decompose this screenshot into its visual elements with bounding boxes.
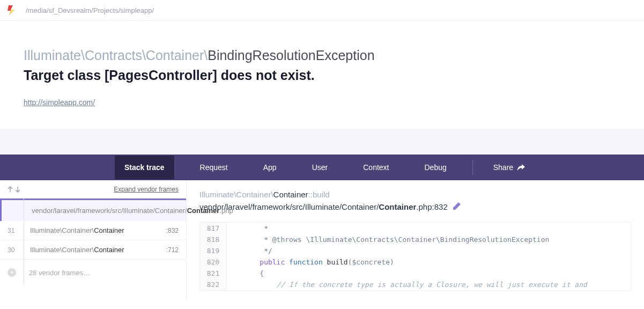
stack-frame-row[interactable]: 30 Illuminate\Container\Container :712 [0, 240, 186, 259]
expand-vendor-frames-link[interactable]: Expand vendor frames [114, 186, 179, 193]
stack-frames-panel: Expand vendor frames vendor/laravel/fram… [0, 180, 187, 300]
code-line: 822 // If the concrete type is actually … [200, 279, 631, 290]
tab-app[interactable]: App [254, 156, 286, 179]
share-icon [517, 164, 525, 171]
frame-path: Illuminate\Container\Container [30, 246, 162, 254]
code-class-header: Illuminate\Container\Container::build [199, 190, 631, 199]
arrow-up-icon[interactable] [8, 186, 13, 193]
share-label: Share [493, 163, 513, 172]
plus-icon: + [8, 268, 16, 277]
exception-namespace: Illuminate\Contracts\Container\ [24, 48, 208, 63]
tab-separator [472, 160, 473, 175]
code-line: 821 { [200, 268, 631, 279]
frame-nav-arrows [8, 186, 20, 193]
frame-path: Illuminate\Container\Container [30, 226, 162, 234]
tab-stack-trace[interactable]: Stack trace [115, 156, 174, 179]
tab-context[interactable]: Context [353, 156, 398, 179]
exception-title: Illuminate\Contracts\Container\BindingRe… [24, 48, 620, 63]
share-button[interactable]: Share [489, 163, 529, 172]
code-preview-panel: Illuminate\Container\Container::build ve… [187, 180, 644, 300]
exception-message: Target class [PagesController] does not … [24, 68, 620, 83]
code-line: 820 public function build($concrete) [200, 256, 631, 268]
code-block: 817 * 818 * @throws \Illuminate\Contract… [199, 222, 631, 291]
tab-user[interactable]: User [302, 156, 338, 179]
exception-class: BindingResolutionException [208, 48, 374, 63]
frame-line: :712 [166, 246, 179, 254]
vendor-frames-collapsed[interactable]: + 28 vendor frames… [0, 259, 186, 285]
tab-bar: Stack trace Request App User Context Deb… [0, 154, 644, 180]
tab-debug[interactable]: Debug [414, 156, 456, 179]
flare-logo-icon [8, 5, 16, 15]
stack-frame-row[interactable]: 31 Illuminate\Container\Container :832 [0, 221, 186, 240]
code-line: 817 * [200, 223, 631, 234]
code-line: 819 */ [200, 245, 631, 256]
frame-line: :832 [166, 227, 179, 234]
code-line: 818 * @throws \Illuminate\Contracts\Cont… [200, 234, 631, 245]
project-path: /media/sf_Devsrealm/Projects/simpleapp/ [26, 6, 154, 14]
arrow-down-icon[interactable] [15, 186, 20, 193]
request-url-link[interactable]: http://simpleapp.com/ [24, 98, 95, 107]
stack-frame-selected[interactable]: vendor/laravel/framework/src/Illuminate/… [0, 198, 186, 221]
frame-number: 31 [8, 227, 24, 234]
pencil-icon[interactable] [453, 202, 461, 211]
tab-request[interactable]: Request [190, 156, 238, 179]
vendor-frames-label: 28 vendor frames… [29, 269, 90, 277]
code-file-path: vendor/laravel/framework/src/Illuminate/… [199, 202, 631, 211]
frame-number: 30 [8, 246, 24, 254]
